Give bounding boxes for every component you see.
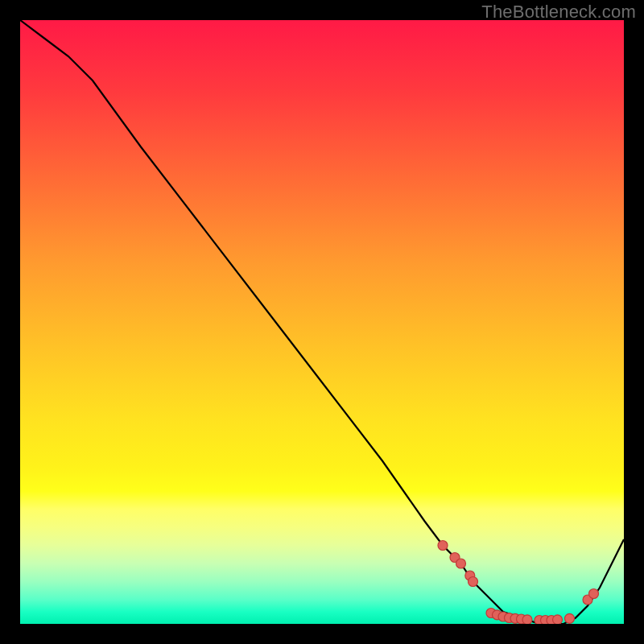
chart-frame: TheBottleneck.com [0, 0, 644, 644]
chart-svg [20, 20, 624, 624]
data-marker [438, 541, 448, 551]
data-marker [522, 615, 532, 624]
data-marker [469, 577, 478, 587]
marker-layer [438, 541, 599, 625]
curve-line [20, 20, 624, 624]
data-marker [565, 613, 575, 623]
data-marker [553, 615, 563, 624]
plot-area [20, 20, 624, 624]
data-marker [589, 589, 599, 599]
data-marker [456, 559, 466, 568]
